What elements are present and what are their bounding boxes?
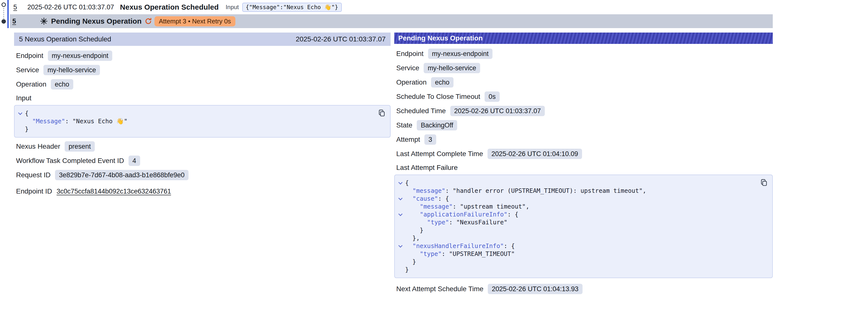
json-token: "applicationFailureInfo" [420,211,507,219]
event-input-preview-chip[interactable]: {"Message":"Nexus Echo 👋"} [242,3,342,12]
json-line: "type": "NexusFailure" [396,219,757,226]
scheduled-panel-timestamp: 2025-02-26 UTC 01:03:37.07 [296,35,385,43]
json-token: : [449,219,457,226]
pending-panel-title: Pending Nexus Operation [398,34,483,42]
field-next-attempt-schedule-time: Next Attempt Schedule Time 2025-02-26 UT… [394,284,773,294]
json-lines: { "message": "handler error (UPSTREAM_TI… [396,179,757,274]
json-token [405,187,412,195]
event-input-label: Input [225,4,239,10]
json-line: "nexusHandlerFailureInfo": { [396,242,757,250]
collapse-chevron-icon[interactable] [399,196,403,200]
json-token: } [405,266,409,274]
json-line-gutter [16,112,25,115]
pending-operation-title: Pending Nexus Operation [51,17,142,25]
json-line: { [16,109,375,117]
copy-icon[interactable] [759,178,769,187]
field-value-badge: my-hello-service [424,63,480,73]
pending-operation-row[interactable]: 5 Pending Nexus Operation Attempt 3 • Ne… [10,14,773,28]
event-summary-row[interactable]: 5 2025-02-26 UTC 01:03:37.07 Nexus Opera… [10,0,773,14]
field-value-badge: 2025-02-26 UTC 01:04:10.09 [488,149,582,159]
field-label: Service [16,66,39,74]
json-token: { [25,109,29,117]
pending-event-id-link[interactable]: 5 [12,18,16,25]
collapse-chevron-icon[interactable] [399,181,403,185]
workflow-history-event-detail: 5 2025-02-26 UTC 01:03:37.07 Nexus Opera… [0,0,868,322]
field-label: Operation [16,80,46,88]
copy-icon[interactable] [377,108,386,118]
scheduled-panel-header: 5 Nexus Operation Scheduled 2025-02-26 U… [14,33,391,46]
field-label: Attempt [396,136,420,143]
json-lines: { "Message": "Nexus Echo 👋"} [16,109,375,133]
json-line: } [16,125,375,133]
json-line-gutter [396,198,405,200]
field-state: State BackingOff [394,120,773,131]
field-value-badge: 3e829b7e-7d67-4b08-aad3-b1e868bfe9e0 [55,170,188,180]
field-value-badge: 3 [424,134,436,145]
field-value-badge: 0s [485,92,500,102]
field-label: Next Attempt Schedule Time [396,285,483,293]
json-token: "UPSTREAM_TIMEOUT" [449,250,515,258]
json-token [405,250,420,258]
json-token [405,203,420,211]
collapse-chevron-icon[interactable] [399,244,403,248]
json-line: "message": "handler error (UPSTREAM_TIME… [396,187,757,195]
json-token: "nexusHandlerFailureInfo" [412,242,504,250]
json-token: "Nexus Echo 👋" [72,117,128,125]
field-schedule-to-close-timeout: Schedule To Close Timeout 0s [394,91,773,102]
pending-operation-panel: Pending Nexus Operation Endpoint my-nexu… [394,33,773,294]
json-line: } [396,266,757,274]
field-endpoint-id: Endpoint ID 3c0c75ccfa8144b092c13ce63246… [14,186,391,197]
json-token: : [445,187,453,195]
field-value-badge: echo [51,79,73,90]
input-json-viewer: { "Message": "Nexus Echo 👋"} [14,105,391,137]
attempt-retry-badge: Attempt 3 • Next Retry 0s [154,16,236,26]
event-id-link[interactable]: 5 [13,3,17,11]
json-token: "Message" [32,117,65,125]
pending-asterisk-icon [40,18,48,25]
collapse-chevron-icon[interactable] [18,111,23,115]
field-value-badge: my-nexus-endpoint [48,51,113,61]
json-token: } [405,258,416,266]
endpoint-id-link[interactable]: 3c0c75ccfa8144b092c13ce632463761 [57,188,171,195]
pending-panel-header: Pending Nexus Operation [394,33,773,44]
field-attempt: Attempt 3 [394,134,773,145]
history-content: 5 2025-02-26 UTC 01:03:37.07 Nexus Opera… [10,0,773,294]
field-label: Request ID [16,171,51,179]
field-value-badge: my-nexus-endpoint [428,49,493,59]
collapse-chevron-icon[interactable] [399,212,403,216]
json-line-gutter [396,182,405,184]
event-detail-panels: 5 Nexus Operation Scheduled 2025-02-26 U… [10,33,773,294]
field-value-badge: my-hello-service [43,65,100,75]
field-label: Last Attempt Complete Time [396,150,483,158]
event-title: Nexus Operation Scheduled [120,3,219,11]
json-token [25,117,32,125]
json-line: "message": "upstream timeout", [396,203,757,211]
retry-icon [145,18,152,25]
field-label: Operation [396,78,427,86]
json-token: }, [405,234,420,242]
json-token: "cause" [412,195,438,203]
json-line: "cause": { [396,195,757,203]
timeline-node-filled-icon [1,19,6,24]
timeline-node-open-icon [1,2,6,7]
field-label: Endpoint [396,50,424,58]
field-label: Schedule To Close Timeout [396,93,480,101]
json-token: : [65,117,72,125]
json-line: }, [396,234,757,242]
field-label: Service [396,64,419,72]
json-line: } [396,258,757,266]
json-token [405,195,412,203]
field-label: State [396,121,412,129]
json-token: , [526,203,529,211]
field-service: Service my-hello-service [14,65,391,75]
json-line-gutter [396,245,405,247]
field-endpoint: Endpoint my-nexus-endpoint [14,50,391,61]
json-token: "type" [427,219,449,226]
field-operation: Operation echo [394,77,773,88]
selected-event-accent-bar [7,0,9,28]
json-token: "NexusFailure" [456,219,507,226]
field-label: Nexus Header [16,142,60,151]
json-line: } [396,226,757,234]
json-token: : { [507,211,518,219]
field-value-badge: echo [431,77,454,88]
